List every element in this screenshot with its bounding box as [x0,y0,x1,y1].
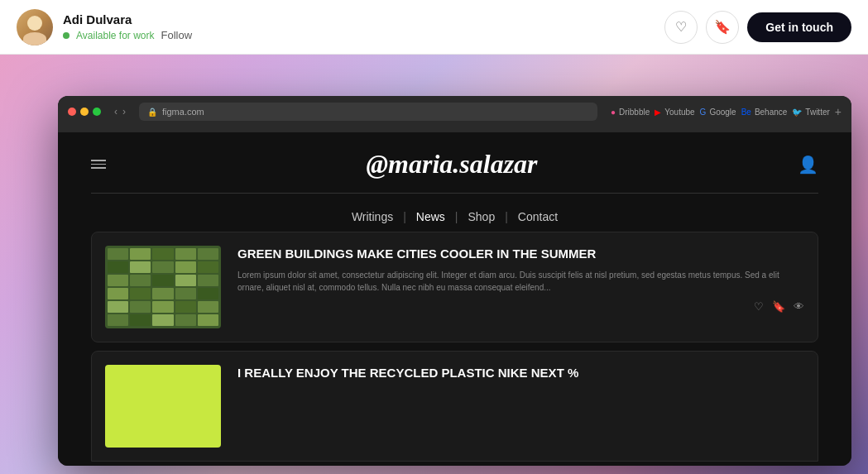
tab-dribbble[interactable]: Dribbble [619,108,650,117]
tab-google[interactable]: Google [709,108,736,117]
article-actions-1: ♡ 🔖 👁 [237,300,804,313]
tab-twitter[interactable]: Twitter [805,108,829,117]
address-text: figma.com [162,107,204,117]
hamburger-line [91,167,106,169]
forward-arrow-icon[interactable]: › [122,106,126,117]
site-nav: Writings | News | Shop | Contact [91,202,818,232]
site-header: @maria.salazar 👤 [91,149,818,194]
nav-separator: | [505,210,508,223]
avatar [17,9,53,45]
profile-icon[interactable]: 👤 [798,155,818,175]
minimize-button[interactable] [80,108,89,116]
green-building-img [105,246,221,328]
article-title-2: I REALLY ENJOY THE RECYCLED PLASTIC NIKE… [237,365,804,381]
back-arrow-icon[interactable]: ‹ [114,106,117,117]
nav-contact[interactable]: Contact [518,210,558,223]
header-left: Adi Dulvara Available for work Follow [17,9,664,45]
article-view-icon[interactable]: 👁 [794,300,804,313]
header: Adi Dulvara Available for work Follow ♡ … [0,0,868,55]
traffic-lights [68,108,101,116]
get-in-touch-button[interactable]: Get in touch [747,12,851,42]
main-content: ‹ › 🔒 figma.com ● Dribbble ▶ Youtube [0,55,868,474]
article-excerpt-1: Lorem ipsum dolor sit amet, consectetur … [237,269,804,294]
article-image-2 [105,365,221,448]
user-name: Adi Dulvara [63,12,192,26]
like-button[interactable]: ♡ [664,11,698,44]
tab-behance[interactable]: Behance [755,108,787,117]
nav-writings[interactable]: Writings [352,210,393,223]
nav-news[interactable]: News [416,210,445,223]
lime-building-img [105,365,221,448]
browser-toolbar: ‹ › 🔒 figma.com ● Dribbble ▶ Youtube [68,103,842,121]
article-card-2: I REALLY ENJOY THE RECYCLED PLASTIC NIKE… [91,351,818,462]
status-dot [63,32,70,39]
status-row: Available for work Follow [63,29,192,41]
maximize-button[interactable] [93,108,101,116]
browser-chrome: ‹ › 🔒 figma.com ● Dribbble ▶ Youtube [58,96,851,132]
bookmark-icon: 🔖 [714,19,731,35]
article-title-1: GREEN BUILDINGS MAKE CITIES COOLER IN TH… [237,246,804,262]
browser-window: ‹ › 🔒 figma.com ● Dribbble ▶ Youtube [58,96,851,466]
nav-shop[interactable]: Shop [468,210,496,223]
hamburger-line [91,164,106,165]
article-image-1 [105,246,221,328]
site-title: @maria.salazar [366,149,537,180]
article-like-icon[interactable]: ♡ [754,300,764,313]
browser-nav: ‹ › [114,106,126,117]
header-right: ♡ 🔖 Get in touch [664,11,851,44]
follow-button[interactable]: Follow [161,29,193,41]
user-info: Adi Dulvara Available for work Follow [63,12,192,41]
article-bookmark-icon[interactable]: 🔖 [772,300,785,313]
lock-icon: 🔒 [147,108,157,117]
article-card-1: GREEN BUILDINGS MAKE CITIES COOLER IN TH… [91,232,818,342]
heart-icon: ♡ [675,19,687,35]
status-text: Available for work [76,30,155,41]
browser-content: @maria.salazar 👤 Writings | News | Shop … [58,132,851,466]
new-tab-button[interactable]: + [835,105,842,118]
nav-separator: | [455,210,458,223]
hamburger-line [91,160,106,161]
article-body-1: GREEN BUILDINGS MAKE CITIES COOLER IN TH… [237,246,804,328]
bookmark-button[interactable]: 🔖 [706,11,739,44]
hamburger-menu[interactable] [91,160,106,169]
nav-separator: | [403,210,406,223]
close-button[interactable] [68,108,76,116]
article-body-2: I REALLY ENJOY THE RECYCLED PLASTIC NIKE… [237,365,804,448]
tab-youtube[interactable]: Youtube [664,108,694,117]
address-bar[interactable]: 🔒 figma.com [139,103,597,121]
